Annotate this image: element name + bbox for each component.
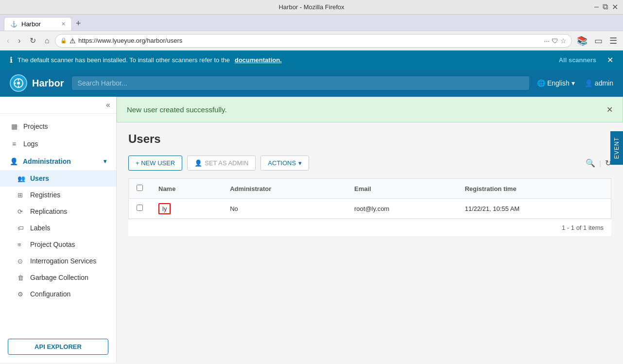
sidebar-item-projects[interactable]: ▦ Projects [0,118,116,135]
back-button[interactable]: ‹ [4,35,12,47]
logo-icon [10,74,27,92]
project-quotas-icon: ≡ [17,241,25,248]
page-title: Users [128,132,611,146]
user-name-value: ly [158,203,171,214]
row-checkbox[interactable] [137,205,143,211]
pagination-info: 1 - 1 of 1 items [562,224,604,231]
user-menu[interactable]: 👤 admin [585,79,613,87]
info-banner-text: The default scanner has been installed. … [17,56,230,64]
new-user-label: + NEW USER [136,159,175,167]
event-tab[interactable]: EVENT [610,131,623,165]
actions-dropdown-button[interactable]: ACTIONS ▾ [260,156,309,171]
divider: | [599,159,601,167]
table-search-button[interactable]: 🔍 [586,158,595,168]
new-tab-button[interactable]: + [72,18,85,29]
tab-favicon: ⚓ [10,21,17,28]
menu-icon[interactable]: ☰ [607,35,619,47]
browser-title: Harbor - Mozilla Firefox [278,3,344,11]
info-icon: ℹ [10,55,13,65]
set-admin-label: SET AS ADMIN [205,159,248,167]
library-icon[interactable]: 📚 [575,35,589,47]
sidebar-item-garbage-collection[interactable]: 🗑 Garbage Collection [0,269,116,286]
sidebar-item-users[interactable]: 👥 Users [0,170,116,187]
users-table: Name Administrator Email Registration ti… [128,178,611,219]
sidebar-item-labels[interactable]: 🏷 Labels [0,220,116,236]
tab-close-button[interactable]: ✕ [61,21,66,27]
set-admin-button[interactable]: 👤 SET AS ADMIN [187,156,256,171]
user-name-cell: ly [151,199,222,219]
svg-point-1 [17,82,20,85]
app-header: Harbor 🌐 English ▾ 👤 admin [0,69,623,97]
logs-icon: ≡ [10,140,18,148]
url-input[interactable] [78,37,541,44]
actions-bar: + NEW USER 👤 SET AS ADMIN ACTIONS ▾ 🔍 | … [128,156,611,171]
sidebar-section-administration[interactable]: 👤 Administration ▾ [0,153,116,170]
home-button[interactable]: ⌂ [42,35,52,47]
browser-tab[interactable]: ⚓ Harbor ✕ [4,17,72,31]
administration-icon: 👤 [10,157,18,165]
sidebar-header: « [0,97,116,114]
projects-icon: ▦ [10,122,18,130]
pagination: 1 - 1 of 1 items [128,219,611,236]
sidebar: « ▦ Projects ≡ Logs 👤 Administration ▾ 👥… [0,97,117,363]
row-checkbox-col [129,199,151,219]
sidebar-toggle-icon[interactable]: ▭ [592,35,605,47]
header-email: Email [346,179,457,199]
sidebar-item-registries[interactable]: ⊞ Registries [0,187,116,203]
main-layout: « ▦ Projects ≡ Logs 👤 Administration ▾ 👥… [0,97,623,363]
table-header-row: Name Administrator Email Registration ti… [129,179,611,199]
app-name: Harbor [32,78,64,89]
win-close-button[interactable]: ✕ [612,2,618,12]
user-registration-time-cell: 11/22/21, 10:55 AM [457,199,611,219]
select-all-checkbox[interactable] [137,185,143,191]
users-icon: 👥 [17,175,25,182]
sidebar-item-replications[interactable]: ⟳ Replications [0,203,116,220]
sidebar-item-configuration[interactable]: ⚙ Configuration [0,286,116,302]
header-checkbox-col [129,179,151,199]
language-selector[interactable]: 🌐 English ▾ [537,79,575,87]
shield-icon: ⚠ [69,37,76,45]
configuration-icon: ⚙ [17,291,25,298]
sidebar-item-projects-label: Projects [23,122,48,130]
new-user-button[interactable]: + NEW USER [128,156,182,171]
all-scanners-link[interactable]: All scanners [559,56,596,64]
table-toolbar-right: 🔍 | ↻ [586,158,611,168]
browser-titlebar: Harbor - Mozilla Firefox – ⧉ ✕ [0,0,623,15]
sidebar-item-registries-label: Registries [30,191,60,199]
security-icon: 🔒 [60,37,67,44]
administration-label: Administration [23,157,71,165]
win-minimize-button[interactable]: – [594,2,599,12]
forward-button[interactable]: › [15,35,23,47]
language-chevron-icon: ▾ [571,79,575,87]
success-banner-close-button[interactable]: ✕ [606,105,613,114]
replications-icon: ⟳ [17,208,25,215]
reload-button[interactable]: ↻ [27,34,39,47]
api-explorer-button[interactable]: API EXPLORER [8,339,108,355]
sidebar-collapse-button[interactable]: « [106,101,110,109]
search-input[interactable] [72,76,529,90]
documentation-link[interactable]: documentation. [235,56,282,64]
more-icon[interactable]: ··· [544,37,550,45]
info-banner-close-button[interactable]: ✕ [607,55,613,65]
header-right: 🌐 English ▾ 👤 admin [537,79,613,87]
info-banner: ℹ The default scanner has been installed… [0,51,623,69]
sidebar-item-logs[interactable]: ≡ Logs [0,135,116,153]
sidebar-item-labels-label: Labels [30,224,50,232]
sidebar-nav: ▦ Projects ≡ Logs 👤 Administration ▾ 👥 U… [0,114,116,331]
user-icon: 👤 [585,79,593,87]
sidebar-item-configuration-label: Configuration [30,290,70,298]
win-restore-button[interactable]: ⧉ [603,2,608,12]
app-logo[interactable]: Harbor [10,74,64,92]
header-name: Name [151,179,222,199]
table-row: ly No root@ly.com 11/22/21, 10:55 AM [129,199,611,219]
language-label: English [547,79,570,87]
sidebar-item-interrogation-label: Interrogation Services [30,257,96,265]
registries-icon: ⊞ [17,191,25,199]
tab-title: Harbor [21,20,41,28]
interrogation-icon: ⊙ [17,258,25,265]
set-admin-icon: 👤 [194,159,202,167]
sidebar-item-interrogation-services[interactable]: ⊙ Interrogation Services [0,253,116,269]
sidebar-item-replications-label: Replications [30,208,67,215]
sidebar-item-project-quotas[interactable]: ≡ Project Quotas [0,236,116,253]
bookmark-icon[interactable]: ☆ [560,37,567,45]
